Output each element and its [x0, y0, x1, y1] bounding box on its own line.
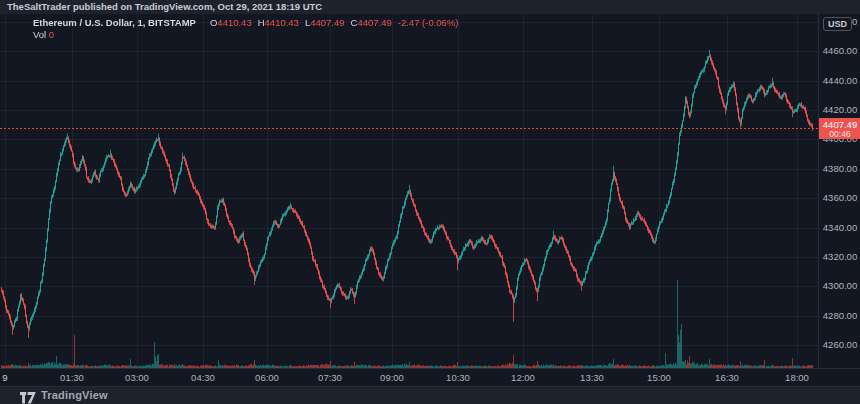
time-axis-label: 15:00 [647, 372, 671, 384]
symbol-title[interactable]: Ethereum / U.S. Dollar, 1, BITSTAMP [33, 17, 196, 28]
last-price-label: 4407.49 00:46 [819, 118, 860, 139]
price-axis-label: 4380.00 [819, 163, 860, 175]
time-axis-label: 12:00 [511, 372, 535, 384]
price-axis-label: 4420.00 [819, 104, 860, 116]
time-axis-label: 04:30 [191, 372, 215, 384]
price-axis[interactable]: USD 4407.49 00:46 4480.004460.004440.004… [818, 14, 860, 368]
volume-value: 0 [49, 29, 54, 40]
price-axis-label: 4340.00 [819, 222, 860, 234]
time-axis-label: 06:00 [255, 372, 279, 384]
publish-info-bar: TheSaltTrader published on TradingView.c… [0, 0, 860, 14]
tradingview-logo-icon[interactable] [20, 390, 36, 404]
time-axis-label: 18:00 [785, 372, 809, 384]
time-axis-label: 07:30 [318, 372, 342, 384]
chart-pane[interactable]: Ethereum / U.S. Dollar, 1, BITSTAMPO4410… [0, 14, 818, 368]
volume-label: Vol [33, 29, 46, 40]
price-chart-canvas[interactable] [0, 14, 818, 368]
ohlc-number: 4407.49 [357, 17, 391, 28]
symbol-legend: Ethereum / U.S. Dollar, 1, BITSTAMPO4410… [33, 17, 459, 41]
ohlc-number: 4410.43 [217, 17, 251, 28]
time-axis-label: 16:30 [715, 372, 739, 384]
ohlc-number: 4410.43 [265, 17, 299, 28]
legend-line-1: Ethereum / U.S. Dollar, 1, BITSTAMPO4410… [33, 17, 459, 29]
price-axis-label: 4300.00 [819, 280, 860, 292]
bar-countdown: 00:46 [819, 130, 860, 139]
time-axis[interactable]: 901:3003:0004:3006:0007:3009:0010:3012:0… [0, 368, 860, 386]
publish-info-text: TheSaltTrader published on TradingView.c… [7, 1, 322, 12]
change-value: -2.47 (-0.06%) [398, 17, 459, 28]
time-axis-label: 09:00 [380, 372, 404, 384]
price-axis-label: 4360.00 [819, 192, 860, 204]
ohlc-values: O4410.43H4410.43L4407.49C4407.49 [204, 17, 392, 28]
price-axis-label: 4320.00 [819, 251, 860, 263]
ohlc-letter: H [258, 17, 265, 28]
tradingview-published-chart: TheSaltTrader published on TradingView.c… [0, 0, 860, 404]
price-axis-label: 4460.00 [819, 45, 860, 57]
footer-bar: TradingView [0, 386, 860, 404]
price-axis-label: 4260.00 [819, 339, 860, 351]
ohlc-number: 4407.49 [310, 17, 344, 28]
price-axis-label: 4440.00 [819, 75, 860, 87]
time-axis-label: 01:30 [60, 372, 84, 384]
time-axis-label: 13:30 [580, 372, 604, 384]
tradingview-brand-link[interactable]: TradingView [41, 389, 108, 401]
time-axis-label: 03:00 [125, 372, 149, 384]
currency-badge[interactable]: USD [823, 17, 852, 31]
price-axis-label: 4280.00 [819, 310, 860, 322]
time-axis-label: 9 [2, 372, 7, 384]
time-axis-label: 10:30 [446, 372, 470, 384]
legend-line-2: Vol 0 [33, 29, 459, 41]
